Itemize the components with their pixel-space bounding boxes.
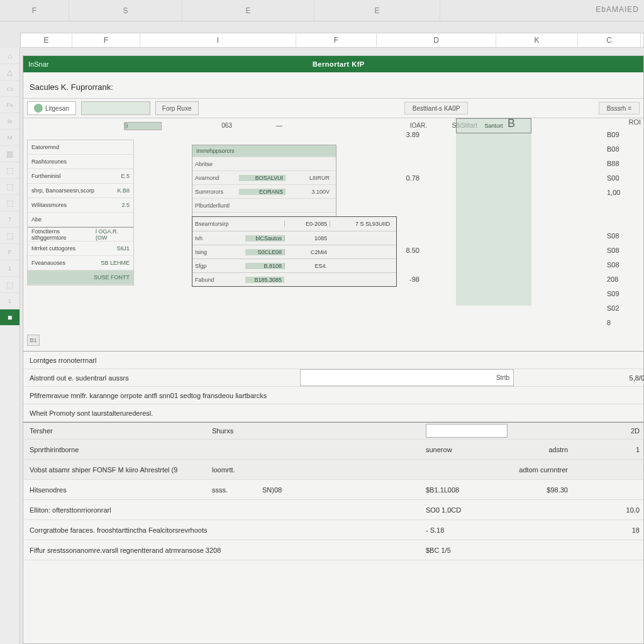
cell[interactable]: S00 [607,174,644,189]
col-header[interactable]: E [21,33,72,47]
col-header[interactable]: K [496,33,578,47]
table-row[interactable]: BsearntorsirpE0-20857 S SL93UIID [192,217,396,231]
table-row[interactable]: IsingS0CLE08C2Mi4 [192,245,396,258]
table-row[interactable]: FabundB185.3085 [192,272,396,286]
list-item[interactable]: FveanauosesSB LEHME [28,256,133,270]
tab-report[interactable]: Forp Ruxe [155,101,199,115]
row-icon[interactable]: ■ [0,309,19,326]
table-row[interactable]: Plburtderlluntl [192,198,336,212]
worksheet: InSnar Bernortart KfP Sacules K. Fuprorr… [23,55,644,644]
table-row[interactable]: Fiffur srestssonanomre.varsll regnentter… [23,540,643,560]
row-header[interactable]: 1 [0,260,19,277]
table-row[interactable]: SfgpB.8108ES4. [192,258,396,272]
col-header[interactable]: F [72,33,140,47]
list-total[interactable]: SUSE FONTT [28,270,133,285]
col-header[interactable]: I [140,33,296,47]
list-item[interactable]: Wilitassmores2.5 [28,198,133,213]
cell[interactable]: S02 [607,304,644,319]
tab-ledger[interactable]: Litgesan [27,101,76,115]
cell[interactable] [357,145,432,160]
cell[interactable]: 208 [607,275,644,290]
table-row[interactable]: Hitsenodres ssss. SN)08 $B1.1L008 $98.30 [23,480,643,500]
list-item[interactable]: Rashtoreunes [28,155,133,169]
cell[interactable]: 8 [607,319,644,333]
sheet-title-bar: InSnar Bernortart KfP [23,56,643,72]
subhead-cell[interactable]: 9 [124,122,162,130]
cell[interactable]: B09 [607,131,644,145]
col-header[interactable]: F [296,33,377,47]
table-row[interactable]: Spnrthirintborne sunerow adstrn 1 [23,440,643,460]
line-item[interactable]: Wheit Promoty sont laurstalterurederesl. [23,404,643,422]
cell[interactable] [357,160,432,174]
cell[interactable]: 0.78 [357,174,432,189]
row-header[interactable]: M [0,130,19,146]
row-icon[interactable]: ▭ [0,80,19,97]
line-item[interactable]: Lorntges rronoterrnarl [23,352,643,369]
list-item[interactable]: FortheninislE.5 [28,169,133,184]
input-cell[interactable]: Strtb [300,369,514,386]
cell: 5,8/0 [630,374,644,382]
cell[interactable]: S09 [607,290,644,304]
active-cell[interactable] [426,424,508,438]
list-item[interactable]: Fotnctterns sithggerrntorel OGA.R.(OW [28,227,133,242]
column-headers: E F I F D K C [20,33,644,48]
row-icon[interactable]: ⬚ [0,179,19,195]
table-row[interactable]: Vobst atsamr shiper FONSF M kiiro Ahrest… [23,460,643,480]
line-item[interactable]: Aistrontl out e. sudentrarl aussrs Strtb… [23,369,643,387]
cell[interactable] [357,189,432,203]
category-list: Eatoremnd Rashtoreunes FortheninislE.5 s… [27,140,134,286]
tab-row: Litgesan Forp Ruxe Besttiant-s KA0P Bsss… [23,99,643,118]
row-icon[interactable]: ▥ [0,146,19,162]
tab-blank[interactable] [81,101,150,115]
cell[interactable]: 1,00 [607,189,644,203]
row-icon[interactable]: ⬚ [0,162,19,179]
filter-pill-1[interactable]: Besttiant-s KA0P [404,102,469,114]
cell[interactable]: S08 [607,261,644,275]
table-row[interactable]: Abritse [192,157,336,170]
row-header[interactable]: ℓs [0,113,19,130]
subhead-cell: — [238,122,289,130]
list-item[interactable]: shrp, Banoarseesn,scorpK.B8 [28,184,133,198]
col-header[interactable]: D [377,33,496,47]
cell[interactable] [607,218,644,232]
cell[interactable]: B88 [607,160,644,174]
cell[interactable] [607,203,644,218]
col-h[interactable]: E [314,0,440,21]
line-item[interactable]: Pfifremravue mnlfr. karannge orrpote ant… [23,387,643,404]
row-icon[interactable]: ⬚ [0,277,19,293]
table-row[interactable]: Elliton: oftersttonrrioronrarl SO0 1.0CD… [23,500,643,520]
col-h[interactable]: S [69,0,182,21]
row-header[interactable]: Fs [0,97,19,113]
col-header[interactable]: C [578,33,641,47]
popup-table-b: BsearntorsirpE0-20857 S SL93UIID IvhblCS… [192,216,397,287]
list-item[interactable]: Abe [28,213,133,227]
list-item[interactable]: Mrrket cuttogoresS6J1 [28,242,133,256]
table-row[interactable]: AvarnondBOSALVUIL8IRUR [192,170,336,184]
row-header[interactable]: 1 [0,293,19,309]
table-row[interactable]: Corrgrattobe faraces. frooshtarttinctha … [23,520,643,540]
cell[interactable]: S08 [607,247,644,261]
cell: 2D [631,427,640,435]
row-header[interactable]: F [0,244,19,260]
row-icon[interactable]: ⌂ [0,48,19,64]
cell[interactable]: S08 [607,232,644,247]
col-h[interactable]: F [0,0,69,21]
financial-statement: Lorntges rronoterrnarl Aistrontl out e. … [23,351,643,560]
app-status-label: EbAMAIED [596,5,639,14]
cell[interactable]: 3.89 [357,131,432,145]
row-header[interactable]: 7 [0,211,19,228]
table-row[interactable]: IvhblCSautos1085 [192,231,396,245]
toolbar-chip[interactable]: B1 [27,335,40,346]
list-item[interactable]: Eatoremnd [28,140,133,155]
row-icon[interactable]: ⬚ [0,228,19,244]
table-row[interactable]: SumrrororsEORANS3.100V [192,184,336,198]
cell[interactable]: B08 [607,145,644,160]
row-icon[interactable]: ⬚ [0,195,19,211]
right-values: B09 B08 B88 S00 1,00 S08 S08 S08 208 S09… [607,131,644,333]
cell: 1 [636,446,640,453]
filter-pill-2[interactable]: Bsssrh = [599,102,640,114]
col-h[interactable]: E [182,0,314,21]
row-icon[interactable]: △ [0,64,19,80]
cell[interactable] [357,203,432,218]
table-header-row: Tersher Shurxs 2D [23,422,643,440]
